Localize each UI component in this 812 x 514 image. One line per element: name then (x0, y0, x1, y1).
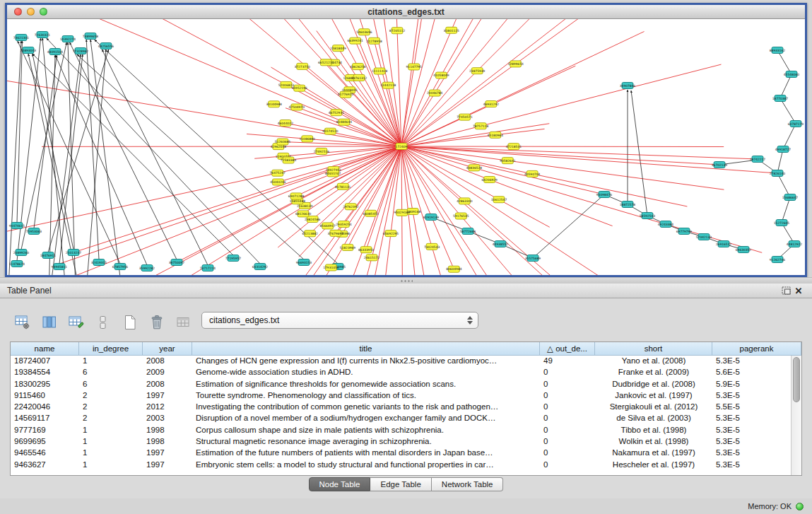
cell-pagerank[interactable]: 5.3E-5 (712, 356, 791, 367)
cell-year[interactable]: 1997 (143, 390, 192, 402)
graph-node-yellow[interactable]: 65213882 (302, 230, 318, 237)
graph-node-yellow[interactable]: 91147795 (406, 64, 423, 70)
graph-node-teal[interactable]: 67857956 (112, 264, 129, 270)
cell-title[interactable]: Structural magnetic resonance image aver… (192, 436, 540, 448)
graph-node-yellow[interactable]: 31801125 (444, 27, 460, 33)
cell-short[interactable]: Hescheler et al. (1997) (595, 460, 712, 471)
cell-title[interactable]: Genome-wide association studies in ADHD. (192, 367, 540, 378)
graph-node-yellow[interactable]: 41776925 (338, 91, 354, 98)
cell-out_de[interactable]: 0 (540, 425, 595, 436)
close-window-button[interactable] (14, 8, 22, 16)
graph-node-yellow[interactable]: 17931056 (323, 264, 339, 271)
graph-node-yellow[interactable]: 46044022 (278, 120, 294, 127)
graph-edge[interactable] (401, 146, 724, 189)
cell-short[interactable]: Tibbo et al. (1998) (595, 425, 712, 436)
graph-node-teal[interactable]: 18742217 (750, 156, 766, 163)
graph-node-teal[interactable]: 69630352 (736, 247, 752, 253)
graph-node-yellow[interactable]: 43626258 (350, 64, 366, 70)
graph-edge[interactable] (90, 40, 122, 275)
graph-node-yellow[interactable]: 66399241 (347, 37, 363, 44)
cell-out_de[interactable]: 0 (540, 436, 595, 448)
graph-node-teal[interactable]: 20893043 (20, 47, 37, 54)
table-row[interactable]: 969969511998Structural magnetic resonanc… (11, 436, 791, 448)
cell-short[interactable]: Dudbridge et al. (2008) (595, 379, 712, 390)
graph-edge[interactable] (401, 19, 465, 146)
cell-short[interactable]: Wolkin et al. (1998) (595, 436, 712, 448)
cell-year[interactable]: 2012 (143, 402, 192, 413)
graph-node-yellow[interactable]: 21278958 (366, 37, 382, 44)
cell-in_degree[interactable]: 1 (79, 425, 143, 436)
graph-node-yellow[interactable]: 29359254 (336, 221, 352, 228)
graph-node-teal[interactable]: 44938552 (493, 241, 509, 247)
graph-edge[interactable] (777, 50, 792, 74)
cell-in_degree[interactable]: 2 (79, 402, 143, 413)
graph-node-teal[interactable]: 45548060 (784, 71, 800, 78)
graph-edge[interactable] (401, 19, 714, 146)
cell-out_de[interactable]: 0 (540, 413, 595, 424)
graph-node-teal[interactable]: 96693153 (296, 259, 312, 266)
graph-node-teal[interactable]: 18770387 (772, 95, 789, 102)
graph-node-yellow[interactable]: 47504970 (289, 104, 305, 110)
split-divider[interactable] (0, 277, 812, 284)
cell-short[interactable]: Yano et al. (2008) (595, 356, 712, 367)
graph-edge[interactable] (533, 194, 604, 258)
cell-title[interactable]: Estimation of significance thresholds fo… (192, 379, 540, 390)
graph-edge[interactable] (401, 146, 719, 165)
graph-node-yellow[interactable]: 86333950 (358, 247, 375, 253)
column-header-short[interactable]: short (595, 342, 712, 356)
table-row[interactable]: 2242004622012Investigating the contribut… (11, 402, 791, 413)
graph-node-yellow[interactable]: 95029186 (394, 209, 410, 216)
graph-node-teal[interactable]: 26916512 (716, 241, 732, 247)
graph-edge[interactable] (95, 40, 338, 264)
graph-node-teal[interactable]: 36702139 (712, 162, 728, 168)
cell-in_degree[interactable]: 6 (79, 367, 143, 378)
graph-node-teal[interactable]: 73717224 (200, 265, 216, 271)
graph-node-yellow[interactable]: 77450571 (457, 114, 473, 120)
tab-edge-table[interactable]: Edge Table (370, 477, 431, 491)
graph-node-teal[interactable]: 58772668 (460, 228, 476, 235)
graph-node-teal[interactable]: 90098476 (596, 192, 613, 198)
graph-edge[interactable] (783, 124, 796, 149)
graph-node-teal[interactable]: 44812922 (787, 241, 803, 247)
graph-node-yellow[interactable]: 66521210 (318, 59, 334, 66)
graph-node-teal[interactable]: 57042133 (696, 234, 712, 240)
graph-node-yellow[interactable]: 81781131 (335, 183, 351, 189)
graph-edge[interactable] (70, 42, 177, 259)
row-mode-icon[interactable] (93, 313, 112, 332)
graph-node-teal[interactable]: 18872578 (620, 201, 636, 208)
graph-node-teal[interactable]: 72630321 (35, 32, 51, 38)
minimize-window-button[interactable] (27, 8, 35, 16)
graph-edge[interactable] (782, 197, 790, 223)
graph-node-teal[interactable]: 15272605 (774, 220, 790, 226)
table-row[interactable]: 946554611997Estimation of the future num… (11, 448, 791, 459)
cell-out_de[interactable]: 0 (540, 367, 595, 378)
column-header-out_de[interactable]: △ out_de... (540, 342, 595, 356)
cell-in_degree[interactable]: 1 (79, 436, 143, 448)
graph-node-teal[interactable]: 73899658 (83, 33, 99, 40)
graph-node-teal[interactable]: 58592543 (640, 213, 656, 219)
column-header-in_degree[interactable]: in_degree (79, 342, 143, 356)
cell-title[interactable]: Tourette syndrome. Phenomenology and cla… (192, 390, 540, 402)
graph-edge[interactable] (780, 98, 796, 124)
cell-year[interactable]: 1997 (143, 460, 192, 471)
graph-node-yellow[interactable]: 87205112 (389, 28, 406, 34)
graph-edge[interactable] (59, 54, 83, 264)
graph-node-yellow[interactable]: 45180964 (488, 132, 504, 138)
graph-node-teal[interactable]: 18476911 (40, 252, 57, 259)
cell-short[interactable]: Franke et al. (2009) (595, 367, 712, 378)
graph-node-teal[interactable]: 35575689 (525, 255, 541, 262)
graph-node-yellow[interactable]: 29762392 (343, 204, 359, 210)
graph-node-teal[interactable]: 81919139 (423, 214, 440, 221)
cell-title[interactable]: Estimation of the future numbers of pati… (192, 448, 540, 459)
graph-node-yellow[interactable]: 64206929 (481, 177, 498, 183)
graph-node-yellow[interactable]: 54603696 (356, 29, 372, 35)
graph-node-yellow[interactable]: 90582641 (500, 158, 516, 164)
graph-node-teal[interactable]: 64314292 (252, 264, 269, 270)
graph-edge[interactable] (401, 146, 699, 275)
cell-out_de[interactable]: 0 (540, 448, 595, 459)
graph-node-yellow[interactable]: 46931292 (483, 101, 500, 107)
graph-node-teal[interactable]: 93945811 (52, 264, 68, 270)
cell-title[interactable]: Corpus callosum shape and size in male p… (192, 425, 540, 436)
graph-edge[interactable] (45, 19, 401, 146)
graph-edge[interactable] (777, 149, 783, 173)
